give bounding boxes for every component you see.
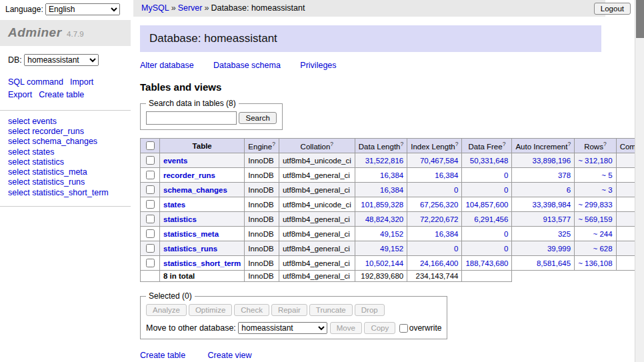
row-checkbox[interactable]	[146, 171, 155, 179]
overwrite-toggle[interactable]: overwrite	[399, 323, 442, 333]
cell-data-length[interactable]: 101,859,328	[355, 197, 407, 212]
create-table-link[interactable]: Create table	[140, 351, 185, 360]
move-db-select[interactable]: homeassistant	[238, 322, 327, 334]
scrollbar-thumb[interactable]	[636, 0, 644, 38]
row-checkbox[interactable]	[146, 200, 155, 209]
scrollbar[interactable]	[635, 0, 644, 362]
privileges-link[interactable]: Privileges	[300, 61, 336, 70]
select-all-cell[interactable]	[141, 139, 160, 153]
cell-rows[interactable]: ~ 628	[575, 241, 616, 256]
import-link[interactable]: Import	[70, 77, 93, 87]
adminer-logo[interactable]: Adminer	[8, 25, 62, 39]
breadcrumb-mysql-link[interactable]: MySQL	[141, 3, 169, 13]
cell-data-length[interactable]: 31,522,816	[355, 153, 407, 168]
move-button[interactable]: Move	[330, 322, 362, 334]
cell-data-free[interactable]: 0	[462, 183, 512, 197]
cell-data-length[interactable]: 16,384	[355, 168, 407, 183]
drop-button[interactable]: Drop	[355, 304, 385, 316]
cell-data-length[interactable]: 16,384	[355, 183, 407, 197]
logout-button[interactable]: Logout	[594, 3, 631, 15]
repair-button[interactable]: Repair	[271, 304, 307, 316]
cell-data-length[interactable]: 49,152	[355, 241, 407, 256]
cell-rows[interactable]: ~ 312,180	[575, 153, 616, 168]
cell-auto-increment[interactable]: 6	[512, 183, 575, 197]
column-header-rows[interactable]: Rows?	[575, 139, 616, 153]
sidebar-select-link[interactable]: select statistics	[8, 157, 123, 167]
cell-rows[interactable]: ~ 5	[575, 168, 616, 183]
cell-rows[interactable]: ~ 569,159	[575, 212, 616, 227]
row-select-cell[interactable]	[141, 241, 160, 256]
language-select[interactable]: English	[45, 3, 120, 15]
export-link[interactable]: Export	[8, 90, 32, 99]
row-checkbox[interactable]	[146, 156, 155, 165]
breadcrumb-server-link[interactable]: Server	[178, 3, 203, 13]
cell-auto-increment[interactable]: 8,581,645	[512, 256, 575, 271]
row-select-cell[interactable]	[141, 256, 160, 271]
create-table-sidebar-link[interactable]: Create table	[39, 90, 84, 99]
sidebar-select-link[interactable]: select states	[8, 147, 123, 157]
overwrite-checkbox[interactable]	[399, 324, 408, 333]
table-name-link[interactable]: statistics_runs	[163, 245, 217, 253]
table-name-link[interactable]: recorder_runs	[163, 171, 215, 179]
row-checkbox[interactable]	[146, 185, 155, 194]
cell-index-length[interactable]: 16,384	[407, 168, 462, 183]
row-select-cell[interactable]	[141, 168, 160, 183]
database-schema-link[interactable]: Database schema	[213, 61, 281, 70]
column-header-data-length[interactable]: Data Length?	[355, 139, 407, 153]
column-header-index-length[interactable]: Index Length?	[407, 139, 462, 153]
cell-rows[interactable]: ~ 299,833	[575, 197, 616, 212]
row-checkbox[interactable]	[146, 229, 155, 238]
column-header-data-free[interactable]: Data Free?	[462, 139, 512, 153]
alter-database-link[interactable]: Alter database	[140, 61, 194, 70]
cell-index-length[interactable]: 72,220,672	[407, 212, 462, 227]
row-select-cell[interactable]	[141, 153, 160, 168]
table-name-link[interactable]: events	[163, 157, 187, 165]
select-all-checkbox[interactable]	[146, 141, 155, 150]
cell-data-free[interactable]: 0	[462, 227, 512, 241]
search-input[interactable]	[146, 111, 237, 125]
analyze-button[interactable]: Analyze	[146, 304, 187, 316]
check-button[interactable]: Check	[234, 304, 269, 316]
db-select[interactable]: homeassistant	[24, 54, 99, 66]
cell-rows[interactable]: ~ 3	[575, 183, 616, 197]
cell-index-length[interactable]: 0	[407, 241, 462, 256]
row-select-cell[interactable]	[141, 227, 160, 241]
cell-index-length[interactable]: 16,384	[407, 227, 462, 241]
create-view-link[interactable]: Create view	[208, 351, 252, 360]
cell-rows[interactable]: ~ 244	[575, 227, 616, 241]
optimize-button[interactable]: Optimize	[189, 304, 232, 316]
column-header-engine[interactable]: Engine?	[245, 139, 279, 153]
table-name-link[interactable]: statistics_meta	[163, 230, 219, 238]
cell-data-length[interactable]: 10,502,144	[355, 256, 407, 271]
cell-data-free[interactable]: 0	[462, 168, 512, 183]
sidebar-select-link[interactable]: select statistics_meta	[8, 167, 123, 177]
table-name-link[interactable]: statistics	[163, 215, 197, 223]
sidebar-select-link[interactable]: select events	[8, 117, 123, 127]
cell-auto-increment[interactable]: 378	[512, 168, 575, 183]
column-header-collation[interactable]: Collation?	[279, 139, 355, 153]
row-checkbox[interactable]	[146, 215, 155, 223]
cell-data-length[interactable]: 48,824,320	[355, 212, 407, 227]
truncate-button[interactable]: Truncate	[309, 304, 353, 316]
cell-index-length[interactable]: 24,166,400	[407, 256, 462, 271]
sidebar-select-link[interactable]: select schema_changes	[8, 137, 123, 147]
sql-command-link[interactable]: SQL command	[8, 77, 63, 87]
table-name-link[interactable]: statistics_short_term	[163, 259, 241, 267]
cell-data-free[interactable]: 104,857,600	[462, 197, 512, 212]
sidebar-select-link[interactable]: select recorder_runs	[8, 127, 123, 137]
sidebar-select-link[interactable]: select statistics_short_term	[8, 188, 123, 198]
cell-auto-increment[interactable]: 325	[512, 227, 575, 241]
cell-auto-increment[interactable]: 39,999	[512, 241, 575, 256]
row-checkbox[interactable]	[146, 244, 155, 253]
search-button[interactable]: Search	[239, 112, 276, 124]
copy-button[interactable]: Copy	[364, 322, 395, 334]
row-select-cell[interactable]	[141, 183, 160, 197]
column-header-table[interactable]: Table	[160, 139, 245, 153]
cell-index-length[interactable]: 67,256,320	[407, 197, 462, 212]
table-name-link[interactable]: states	[163, 201, 185, 209]
cell-rows[interactable]: ~ 136,108	[575, 256, 616, 271]
cell-auto-increment[interactable]: 913,577	[512, 212, 575, 227]
row-checkbox[interactable]	[146, 259, 155, 267]
cell-index-length[interactable]: 0	[407, 183, 462, 197]
table-name-link[interactable]: schema_changes	[163, 186, 227, 194]
